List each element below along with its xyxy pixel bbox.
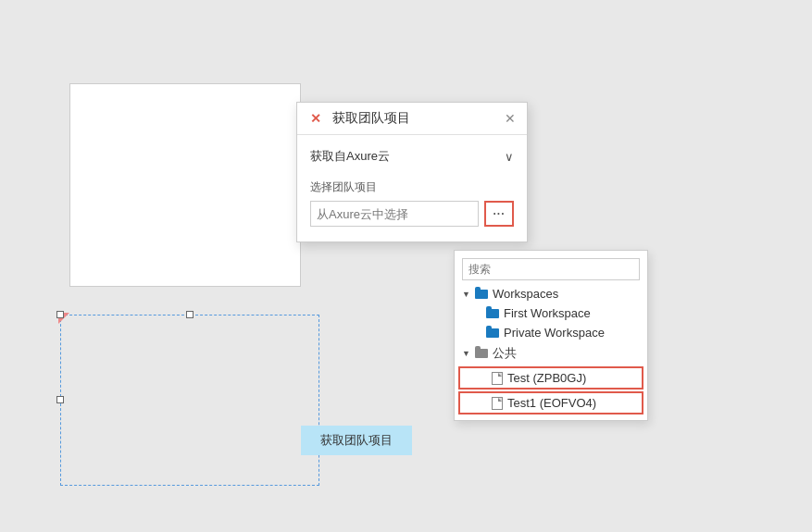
tree-item-first-workspace[interactable]: First Workspace (455, 303, 647, 323)
section-label: 选择团队项目 (310, 179, 514, 195)
get-team-project-button[interactable]: 获取团队项目 (301, 426, 412, 455)
first-workspace-folder-icon (486, 309, 499, 318)
dialog-title-text: 获取团队项目 (332, 110, 410, 127)
get-team-project-dialog: ✕ 获取团队项目 ✕ 获取自Axure云 ∨ 选择团队项目 ··· (296, 102, 528, 242)
dialog-body: 获取自Axure云 ∨ 选择团队项目 ··· (297, 135, 527, 241)
tree-item-test1-eofvo4[interactable]: Test1 (EOFVO4) (460, 393, 642, 413)
private-workspace-label: Private Workspace (504, 326, 605, 340)
collapse-icon: ▼ (462, 290, 471, 299)
first-workspace-label: First Workspace (504, 306, 591, 320)
handle-bottom-right[interactable] (56, 311, 64, 318)
dialog-title-left: ✕ 获取团队项目 (308, 110, 410, 127)
project-input-row: ··· (310, 201, 514, 227)
public-group-folder-icon (475, 349, 488, 358)
tree-item-test-zpb0gj[interactable]: Test (ZPB0GJ) (460, 368, 642, 388)
search-input-row (455, 254, 647, 284)
tree-item-workspaces[interactable]: ▼ Workspaces (455, 284, 647, 303)
source-label: 获取自Axure云 (310, 148, 390, 165)
search-input[interactable] (462, 258, 640, 280)
canvas-white-rect (69, 83, 301, 287)
tree-item-private-workspace[interactable]: Private Workspace (455, 323, 647, 342)
public-group-label: 公共 (493, 345, 517, 362)
svg-text:✕: ✕ (310, 111, 321, 126)
project-input[interactable] (310, 201, 479, 227)
axure-logo-icon: ✕ (308, 110, 325, 127)
workspaces-label: Workspaces (493, 287, 558, 301)
handle-mid-right[interactable] (56, 396, 64, 403)
tree-item-public-group[interactable]: ▼ 公共 (455, 342, 647, 365)
source-dropdown[interactable]: ∨ (505, 150, 514, 164)
public-expand-icon: ▼ (462, 349, 471, 358)
test1-eofvo4-file-icon (492, 397, 503, 410)
private-workspace-folder-icon (486, 328, 499, 338)
workspace-dropdown-panel: ▼ Workspaces First Workspace Private Wor… (454, 250, 648, 421)
dialog-titlebar: ✕ 获取团队项目 ✕ (297, 103, 527, 135)
test-zpb0gj-file-icon (492, 372, 503, 385)
test-zpb0gj-label: Test (ZPB0GJ) (507, 371, 586, 385)
test1-eofvo4-label: Test1 (EOFVO4) (507, 396, 596, 410)
handle-bottom-mid[interactable] (186, 311, 194, 318)
dialog-close-button[interactable]: ✕ (505, 112, 516, 125)
source-dropdown-arrow: ∨ (505, 150, 514, 164)
source-row: 获取自Axure云 ∨ (310, 148, 514, 165)
browse-button[interactable]: ··· (484, 201, 514, 227)
workspaces-folder-icon (475, 290, 488, 299)
